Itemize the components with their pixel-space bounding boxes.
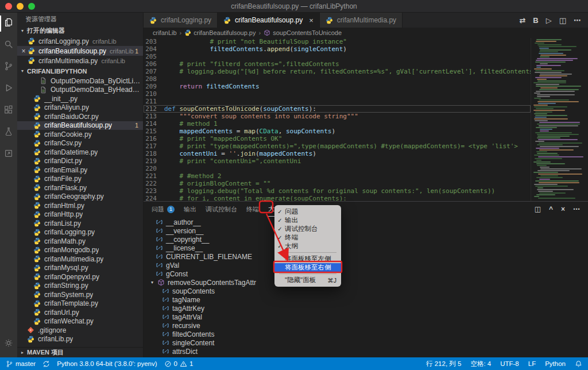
outline-item[interactable]: tagAttrVal [144,313,588,321]
close-window-button[interactable] [5,3,12,10]
file-tree-item[interactable]: crifanDict.py [17,157,143,166]
editor-action-formatter-b-icon[interactable]: B [533,16,538,25]
outline-item[interactable]: attrsDict [144,347,588,356]
panel-action-close-panel-icon[interactable]: × [561,205,565,213]
file-tree-item[interactable]: crifanBaiduOcr.py [17,112,143,121]
activity-bar-item-run-debug[interactable] [0,78,17,100]
code-editor[interactable]: 203 # print "not BeautifulSoup instance"… [144,38,588,201]
file-tree-item[interactable]: crifanMultimedia.py [17,255,143,264]
status-language-mode[interactable]: Python [545,360,566,367]
breadcrumb-item[interactable]: crifanBeautifulsoup.py [184,29,256,36]
file-tree-item[interactable]: crifanOpenpyxl.py [17,272,143,282]
code-line[interactable]: 217 # print "type(mappedContents)=",type… [144,142,531,150]
outline-item[interactable]: tagAttrKey [144,304,588,313]
file-tree-item[interactable]: .gitignore [17,326,143,335]
editor-action-split-editor-icon[interactable]: ◫ [559,16,566,25]
file-tree-item[interactable]: crifanMath.py [17,237,143,246]
code-line[interactable]: 206 # print "filterd contents=",filtedCo… [144,60,531,68]
code-line[interactable]: 204 filtedContents.append(singleContent) [144,45,531,53]
code-line[interactable]: 207 # logging.debug("[%d] before return,… [144,68,531,75]
outline-item[interactable]: __copyright__ [144,235,588,244]
activity-bar-item-explorer[interactable] [0,13,17,34]
code-line[interactable]: 209 return filtedContents [144,83,531,90]
editor-tab-crifanBeautifulsoup.py[interactable]: crifanBeautifulsoup.py× [218,13,320,28]
activity-bar-item-settings-gear[interactable] [0,333,17,355]
breadcrumb-item[interactable]: soupContentsToUnicode [264,29,342,36]
code-line[interactable]: 215 mappedContents = map(CData, soupCont… [144,128,531,135]
menu-item-toggle-outline[interactable]: ✓大纲 [274,242,341,250]
code-line[interactable]: 203 # print "not BeautifulSoup instance" [144,38,531,45]
minimap[interactable] [531,38,588,201]
close-icon[interactable]: × [20,47,28,55]
file-tree-item[interactable]: crifanLogging.py [17,228,143,237]
code-line[interactable]: 224 # for i, content in enumerate(soupCo… [144,195,531,201]
status-encoding[interactable]: UTF-8 [500,360,519,367]
activity-bar-item-testing[interactable] [0,122,17,144]
menu-item-move-panel-right[interactable]: 将面板移至右侧 [274,263,341,272]
outline-item[interactable]: gConst [144,269,588,278]
chevron-down-icon[interactable]: ▾ [149,280,155,285]
code-line[interactable]: 211 [144,98,531,105]
editor-action-open-changes-icon[interactable]: ⇄ [519,16,525,25]
panel-tab-debug-console[interactable]: 调试控制台 [206,202,237,217]
open-editor-item[interactable]: ×crifanBeautifulsoup.pycrifanLib1 [17,46,143,56]
file-tree-item[interactable]: OutputDemoData_ByHeaderAndLis… [17,86,143,95]
activity-bar-item-search[interactable] [0,34,17,56]
outline-item[interactable]: tagName [144,295,588,304]
open-editor-item[interactable]: crifanMultimedia.pycrifanLib [17,56,143,65]
file-tree-item[interactable]: crifanMysql.py [17,264,143,273]
panel-tab-output[interactable]: 输出 [184,202,196,217]
status-indentation[interactable]: 空格: 4 [470,360,491,368]
editor-action-run-python-file-icon[interactable]: ▷ [546,16,552,25]
breadcrumb-item[interactable]: crifanLib [153,29,177,36]
panel-tab-problems[interactable]: 问题1 [152,202,175,217]
file-tree-item[interactable]: crifanSystem.py [17,290,143,299]
file-tree-item[interactable]: crifanCsv.py [17,139,143,148]
open-editor-item[interactable]: crifanLogging.pycrifanLib [17,36,143,46]
close-icon[interactable]: × [309,16,314,25]
file-tree-item[interactable]: crifanDatetime.py [17,148,143,157]
status-eol[interactable]: LF [528,360,536,367]
file-tree-item[interactable]: crifanHttp.py [17,210,143,219]
file-tree-item[interactable]: crifanString.py [17,282,143,291]
editor-action-more-actions-icon[interactable]: ⋯ [574,16,581,25]
editor-tab-crifanMultimedia.py[interactable]: crifanMultimedia.py [320,13,403,28]
status-problems[interactable]: 01 [164,360,194,368]
file-tree-item[interactable]: crifanCookie.py [17,130,143,139]
outline-item[interactable]: __author__ [144,218,588,226]
menu-item-hide-panel[interactable]: "隐藏"面板⌘J [274,276,341,284]
menu-item-toggle-terminal[interactable]: ✓终端 [274,233,341,242]
panel-action-maximize-panel-icon[interactable]: ^ [549,205,553,213]
outline-item[interactable]: __license__ [144,244,588,252]
panel-action-more-panel-actions-icon[interactable]: ⋯ [573,205,580,213]
code-line[interactable]: 220 [144,165,531,172]
menu-item-toggle-problems[interactable]: ✓问题 [274,207,341,216]
file-tree-item[interactable]: OutputDemoData_ByDictList.csv [17,76,143,86]
outline-item[interactable]: singleContent [144,338,588,347]
zoom-window-button[interactable] [28,3,35,10]
outline-item[interactable]: soupContents [144,287,588,295]
code-line[interactable]: 216 # print "mappedContents OK" [144,135,531,142]
status-cursor-position[interactable]: 行 212, 列 5 [426,360,461,368]
file-tree-item[interactable]: crifanUrl.py [17,308,143,317]
code-line[interactable]: 208 [144,75,531,83]
outline-item[interactable]: recursive [144,321,588,330]
code-line[interactable]: 219 # print "contentUni=",contentUni [144,157,531,165]
code-line[interactable]: 223 # logging.debug("Total %d contents f… [144,187,531,195]
file-tree-item[interactable]: crifanGeography.py [17,192,143,202]
file-tree-item[interactable]: crifanAliyun.py [17,103,143,113]
status-sync[interactable] [42,360,50,368]
file-tree-item[interactable]: crifanLib.py [17,335,143,344]
maven-projects-header[interactable]: ▸ MAVEN 项目 [17,347,143,357]
file-tree-item[interactable]: crifanWechat.py [17,317,143,326]
code-line[interactable]: 205 [144,53,531,60]
editor-tab-crifanLogging.py[interactable]: crifanLogging.py [144,13,218,28]
outline-item[interactable]: gVal [144,261,588,269]
file-tree-item[interactable]: crifanHtml.py [17,201,143,210]
code-line[interactable]: 218 contentUni = ''.join(mappedContents) [144,150,531,157]
outline-item[interactable]: ▾removeSoupContentsTagAttr [144,278,588,287]
activity-bar-item-source-control[interactable] [0,56,17,78]
code-line[interactable]: 212def soupContentsToUnicode(soupContent… [144,105,531,113]
activity-bar-item-extensions[interactable] [0,100,17,122]
menu-item-toggle-debug-console[interactable]: ✓调试控制台 [274,225,341,233]
